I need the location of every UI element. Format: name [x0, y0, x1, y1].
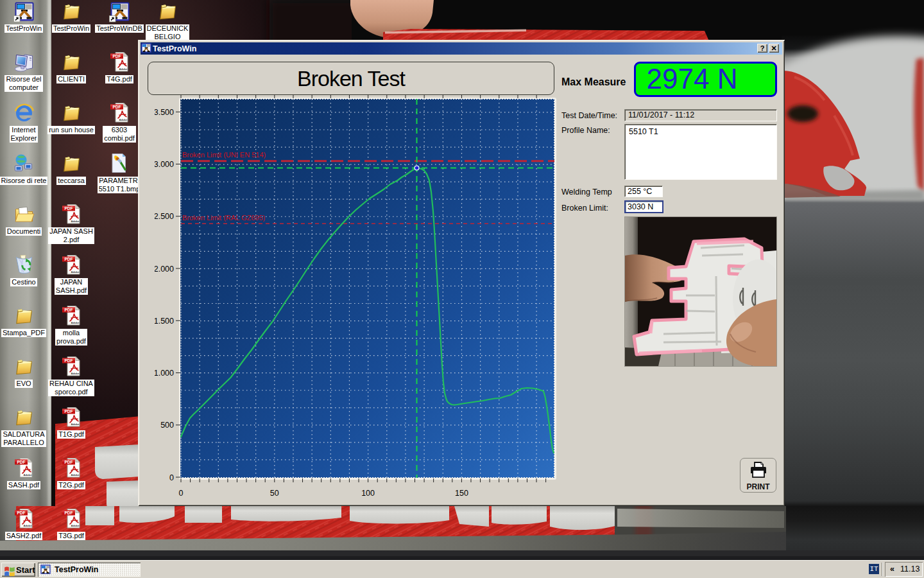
svg-text:500: 500: [160, 421, 174, 430]
svg-text:100: 100: [361, 489, 375, 498]
svg-text:0: 0: [179, 489, 184, 498]
svg-text:2.000: 2.000: [155, 265, 174, 274]
svg-text:150: 150: [455, 489, 468, 498]
svg-text:Broken Limit (UNI EN 514): Broken Limit (UNI EN 514): [182, 151, 266, 159]
svg-text:1.000: 1.000: [155, 369, 174, 378]
svg-text:50: 50: [270, 489, 279, 498]
svg-text:0: 0: [169, 473, 174, 482]
svg-text:1.500: 1.500: [155, 317, 174, 326]
svg-text:2.500: 2.500: [155, 212, 174, 221]
svg-text:Broken Limit (RAL GZ695): Broken Limit (RAL GZ695): [182, 214, 265, 222]
svg-text:3.500: 3.500: [155, 108, 174, 117]
svg-text:3.000: 3.000: [155, 160, 174, 169]
